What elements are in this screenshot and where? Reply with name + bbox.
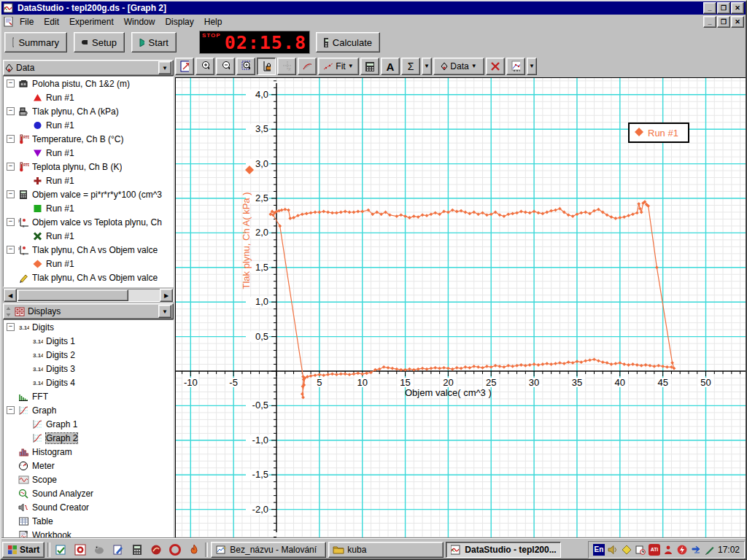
display-tree-item-scope[interactable]: Scope: [4, 472, 173, 486]
tree-expander-icon[interactable]: −: [7, 218, 15, 226]
data-tree-item[interactable]: −RTDTeplota plynu, Ch B (K): [4, 160, 173, 174]
data-run-item[interactable]: Run #1: [4, 146, 173, 160]
scroll-left-arrow[interactable]: ◀: [4, 289, 17, 302]
notepad-quick-icon[interactable]: [53, 542, 69, 558]
ati-tray-icon[interactable]: ATi: [649, 544, 660, 556]
task-button-kuba[interactable]: kuba: [328, 542, 444, 558]
data-run-item[interactable]: Run #1: [4, 90, 173, 104]
displays-panel-header[interactable]: Displays ▼: [3, 303, 174, 319]
zoom-out-button[interactable]: [216, 58, 235, 75]
volume-icon[interactable]: [607, 544, 619, 556]
tree-expander-icon[interactable]: −: [7, 323, 15, 331]
calculate-button[interactable]: Calculate: [316, 32, 380, 52]
pen-tray-icon[interactable]: [704, 544, 716, 556]
sync-arrows-tray-icon[interactable]: [690, 544, 702, 556]
minimize-button[interactable]: _: [703, 2, 716, 14]
pen-doc-quick-icon[interactable]: [110, 542, 126, 558]
calculator-tool-button[interactable]: [360, 58, 379, 75]
start-button[interactable]: Start: [131, 32, 177, 52]
data-menu-button[interactable]: Data ▼: [433, 58, 484, 75]
fit-menu-button[interactable]: Fit ▼: [318, 58, 359, 75]
task-button-datastudio-tepl200-[interactable]: DataStudio - tepl200...: [446, 542, 561, 558]
antivirus-tray-icon[interactable]: [662, 544, 674, 556]
tree-expander-icon[interactable]: −: [7, 406, 15, 414]
tree-expander-icon[interactable]: −: [7, 246, 15, 254]
scroll-thumb[interactable]: [18, 289, 128, 301]
setup-button[interactable]: Setup: [74, 32, 125, 52]
xy-tool-button[interactable]: xy: [277, 58, 296, 75]
display-tree-subitem-digits-2[interactable]: 3.14Digits 2: [4, 348, 173, 362]
display-tree-item-table[interactable]: Table: [4, 514, 173, 528]
child-minimize-button[interactable]: _: [703, 16, 716, 28]
graph-settings-button[interactable]: [506, 58, 525, 75]
opera-quick-icon[interactable]: [167, 542, 183, 558]
tree-expander-icon[interactable]: −: [7, 163, 15, 171]
menu-experiment[interactable]: Experiment: [64, 15, 119, 28]
data-panel-dropdown[interactable]: ▼: [158, 61, 171, 74]
delete-button[interactable]: [486, 58, 505, 75]
display-tree-subitem-digits-3[interactable]: 3.14Digits 3: [4, 362, 173, 376]
fire-quick-icon[interactable]: [186, 542, 202, 558]
display-tree-subitem-digits-1[interactable]: 3.14Digits 1: [4, 334, 173, 348]
display-tree-item-sound-creator[interactable]: Sound Creator: [4, 500, 173, 514]
displays-panel-dropdown[interactable]: ▼: [158, 305, 171, 318]
dragon-quick-icon[interactable]: [148, 542, 164, 558]
acrobat-quick-icon[interactable]: [72, 542, 88, 558]
menu-window[interactable]: Window: [119, 15, 160, 28]
data-tree-item[interactable]: −yxObjem valce vs Teplota plynu, Ch: [4, 215, 173, 229]
start-menu-button[interactable]: Start: [2, 542, 44, 558]
display-tree-subitem-digits-4[interactable]: 3.14Digits 4: [4, 376, 173, 389]
menu-help[interactable]: Help: [199, 15, 228, 28]
power-tray-icon[interactable]: [676, 544, 688, 556]
zoom-in-button[interactable]: [196, 58, 214, 75]
slope-tool-button[interactable]: [298, 58, 317, 75]
tree-expander-icon[interactable]: −: [7, 79, 15, 88]
menu-display[interactable]: Display: [160, 15, 198, 28]
scheduler-tray-icon[interactable]: [635, 544, 646, 556]
display-tree-item-digits[interactable]: −3.14Digits: [4, 320, 173, 334]
data-panel-header[interactable]: Data ▼: [3, 60, 174, 76]
data-run-item[interactable]: Run #1: [4, 257, 173, 271]
child-close-button[interactable]: ✕: [731, 16, 744, 28]
menu-edit[interactable]: Edit: [39, 15, 64, 28]
calculator-quick-icon[interactable]: [129, 542, 145, 558]
tree-expander-icon[interactable]: −: [7, 135, 15, 143]
display-tree-subitem-graph-2[interactable]: Graph 2: [4, 431, 173, 445]
statistics-dropdown-button[interactable]: ▼: [422, 58, 432, 75]
menu-file[interactable]: File: [15, 15, 39, 28]
display-tree-item-fft[interactable]: FFT: [4, 389, 173, 403]
clock[interactable]: 17:02: [718, 545, 740, 555]
data-run-item[interactable]: Run #1: [4, 229, 173, 243]
data-tree-item[interactable]: −yxTlak plynu, Ch A vs Objem valce: [4, 243, 173, 257]
title-bar[interactable]: DataStudio - tepl200g.ds - [Graph 2] _ ❐…: [1, 1, 746, 15]
graph-settings-dropdown-button[interactable]: ▼: [527, 58, 537, 75]
data-tree-item[interactable]: −RTDTemperature, Ch B (°C): [4, 132, 173, 146]
child-restore-button[interactable]: ❐: [717, 16, 730, 28]
display-tree-item-sound-analyzer[interactable]: Sound Analyzer: [4, 486, 173, 500]
statistics-button[interactable]: Σ: [401, 58, 420, 75]
graph-canvas[interactable]: 4,03,53,02,52,01,51,00,5-0,5-1,0-1,5-2,0…: [175, 77, 747, 538]
data-run-item[interactable]: Run #1: [4, 118, 173, 132]
restore-button[interactable]: ❐: [717, 2, 730, 14]
data-tree-hscrollbar[interactable]: ◀ ▶: [3, 289, 174, 302]
data-run-item[interactable]: Run #1: [4, 201, 173, 215]
text-annotation-button[interactable]: A: [381, 58, 400, 75]
data-tree-item[interactable]: Tlak plynu, Ch A vs Objem valce: [4, 271, 173, 284]
tree-expander-icon[interactable]: −: [7, 107, 15, 115]
display-tree-item-histogram[interactable]: Histogram: [4, 445, 173, 459]
document-icon[interactable]: [3, 16, 15, 28]
animal-quick-icon[interactable]: [91, 542, 107, 558]
scale-to-fit-button[interactable]: [175, 58, 194, 75]
lock-axes-button[interactable]: [257, 58, 276, 75]
data-tree-item[interactable]: −Objem valce = pi*r*r*y*100 (cm^3: [4, 187, 173, 201]
display-settings-tray-icon[interactable]: [621, 544, 632, 556]
tree-expander-icon[interactable]: −: [7, 190, 15, 198]
keyboard-layout-indicator[interactable]: En: [593, 544, 605, 556]
data-run-item[interactable]: Run #1: [4, 174, 173, 187]
data-tree-item[interactable]: −Poloha pistu, Ch 1&2 (m): [4, 77, 173, 90]
summary-button[interactable]: Summary: [4, 32, 67, 52]
close-button[interactable]: ✕: [731, 2, 744, 14]
data-tree-item[interactable]: −Tlak plynu, Ch A (kPa): [4, 104, 173, 118]
scroll-right-arrow[interactable]: ▶: [160, 289, 173, 302]
zoom-select-button[interactable]: [236, 58, 255, 75]
